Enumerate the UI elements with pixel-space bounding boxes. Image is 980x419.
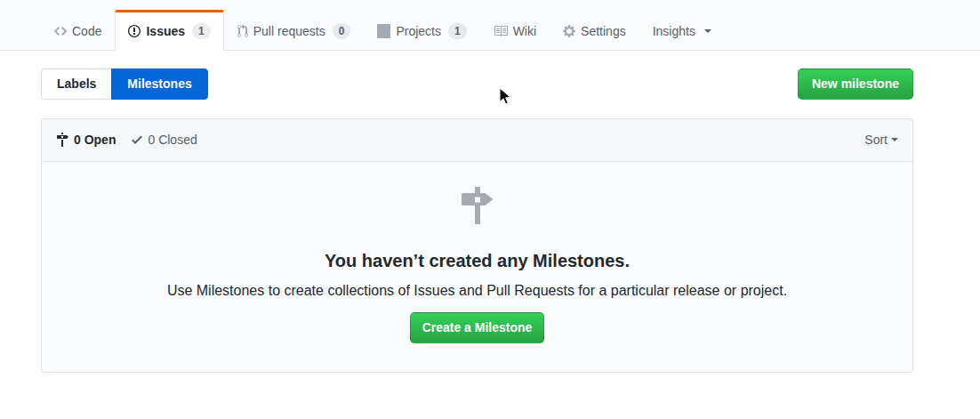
open-count-label: 0 Open xyxy=(74,133,116,147)
milestones-list-box: 0 Open 0 Closed Sort You haven’t created… xyxy=(41,118,913,373)
empty-state-title: You haven’t created any Milestones. xyxy=(77,251,877,271)
repo-nav: Code Issues 1 Pull requests 0 Projects 1 xyxy=(41,12,980,50)
closed-milestones-filter[interactable]: 0 Closed xyxy=(132,133,197,147)
tab-label: Wiki xyxy=(513,24,536,38)
tab-label: Projects xyxy=(396,24,441,38)
repo-tab-bar: Code Issues 1 Pull requests 0 Projects 1 xyxy=(0,0,980,51)
book-icon xyxy=(494,24,508,38)
tab-code[interactable]: Code xyxy=(41,12,115,50)
project-icon xyxy=(377,24,390,38)
pull-request-icon xyxy=(237,24,248,38)
tab-label: Insights xyxy=(653,24,695,38)
create-milestone-button[interactable]: Create a Milestone xyxy=(410,312,545,343)
new-milestone-button[interactable]: New milestone xyxy=(798,68,913,100)
gear-icon xyxy=(563,24,575,38)
caret-down-icon xyxy=(891,138,898,145)
tab-label: Issues xyxy=(146,24,185,38)
tab-projects[interactable]: Projects 1 xyxy=(364,12,479,50)
issue-opened-icon xyxy=(128,24,141,38)
caret-down-icon xyxy=(704,29,711,36)
tab-label: Code xyxy=(72,24,101,38)
milestone-icon xyxy=(56,133,68,147)
issues-counter: 1 xyxy=(192,23,211,39)
check-icon xyxy=(132,133,142,147)
tab-wiki[interactable]: Wiki xyxy=(480,12,550,50)
sort-label: Sort xyxy=(864,133,888,147)
labels-milestones-switch: Labels Milestones xyxy=(41,68,208,100)
tab-settings[interactable]: Settings xyxy=(550,12,639,50)
signpost-milestone-icon xyxy=(77,187,877,228)
tab-label: Pull requests xyxy=(253,24,325,38)
sort-dropdown[interactable]: Sort xyxy=(864,133,898,147)
tab-pull-requests[interactable]: Pull requests 0 xyxy=(224,12,365,50)
code-icon xyxy=(54,24,67,38)
empty-state-description: Use Milestones to create collections of … xyxy=(77,283,877,299)
milestones-toolbar: Labels Milestones New milestone xyxy=(41,68,913,100)
milestones-page: Labels Milestones New milestone 0 Open 0… xyxy=(41,68,913,373)
tab-insights[interactable]: Insights xyxy=(639,12,725,50)
closed-count-label: 0 Closed xyxy=(148,133,197,147)
labels-button[interactable]: Labels xyxy=(41,68,112,100)
open-milestones-filter[interactable]: 0 Open xyxy=(56,133,116,147)
milestones-empty-state: You haven’t created any Milestones. Use … xyxy=(42,162,912,372)
projects-counter: 1 xyxy=(448,23,467,39)
tab-label: Settings xyxy=(581,24,626,38)
milestones-button[interactable]: Milestones xyxy=(111,68,207,100)
milestones-list-header: 0 Open 0 Closed Sort xyxy=(42,119,912,162)
tab-issues[interactable]: Issues 1 xyxy=(115,10,223,51)
pull-requests-counter: 0 xyxy=(333,23,351,39)
